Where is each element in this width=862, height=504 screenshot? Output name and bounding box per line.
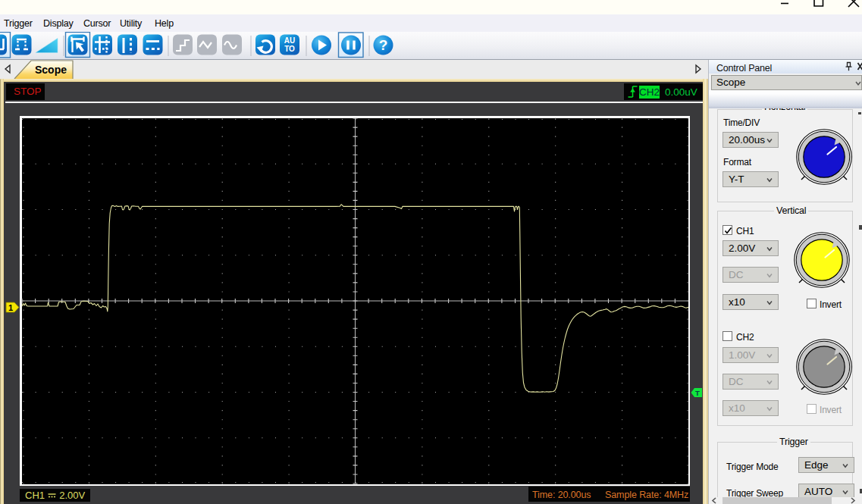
svg-text:?: ?	[379, 37, 388, 53]
svg-text:TO: TO	[284, 45, 295, 53]
svg-text:AU: AU	[284, 36, 295, 45]
svg-text:Scope: Scope	[35, 64, 67, 76]
svg-text:T: T	[695, 389, 700, 397]
svg-text:1: 1	[8, 303, 13, 312]
